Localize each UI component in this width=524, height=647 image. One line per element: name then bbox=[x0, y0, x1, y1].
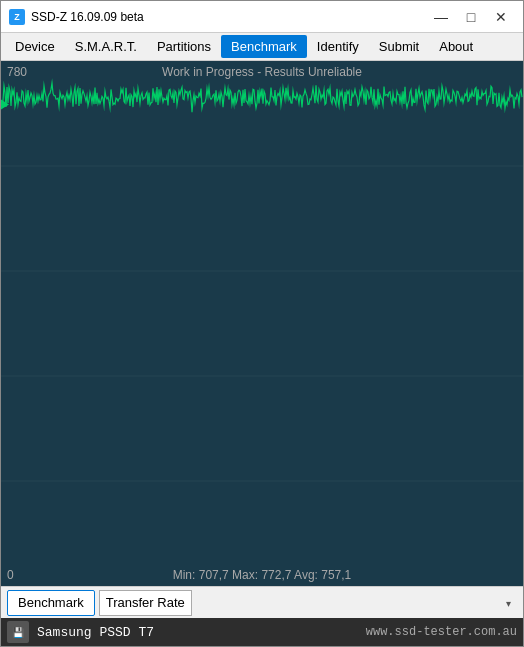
menu-bar: DeviceS.M.A.R.T.PartitionsBenchmarkIdent… bbox=[1, 33, 523, 61]
menu-item-identify[interactable]: Identify bbox=[307, 35, 369, 58]
app-icon: Z bbox=[9, 9, 25, 25]
drive-icon: 💾 bbox=[7, 621, 29, 643]
title-bar-controls: — □ ✕ bbox=[427, 6, 515, 28]
menu-item-device[interactable]: Device bbox=[5, 35, 65, 58]
chart-stats: Min: 707,7 Max: 772,7 Avg: 757,1 bbox=[1, 568, 523, 582]
website-label: www.ssd-tester.com.au bbox=[366, 625, 517, 639]
menu-item-about[interactable]: About bbox=[429, 35, 483, 58]
main-window: Z SSD-Z 16.09.09 beta — □ ✕ DeviceS.M.A.… bbox=[0, 0, 524, 647]
status-bar: 💾 Samsung PSSD T7 www.ssd-tester.com.au bbox=[1, 618, 523, 646]
chart-title: Work in Progress - Results Unreliable bbox=[1, 65, 523, 79]
chart-area: 780 Work in Progress - Results Unreliabl… bbox=[1, 61, 523, 586]
menu-item-benchmark[interactable]: Benchmark bbox=[221, 35, 307, 58]
benchmark-chart bbox=[1, 61, 523, 586]
close-button[interactable]: ✕ bbox=[487, 6, 515, 28]
transfer-rate-dropdown[interactable]: Transfer RateAccess TimeBurst Rate bbox=[99, 590, 192, 616]
benchmark-button[interactable]: Benchmark bbox=[7, 590, 95, 616]
bottom-bar: Benchmark Transfer RateAccess TimeBurst … bbox=[1, 586, 523, 618]
dropdown-arrow-icon: ▾ bbox=[506, 597, 511, 608]
menu-item-submit[interactable]: Submit bbox=[369, 35, 429, 58]
title-bar-text: SSD-Z 16.09.09 beta bbox=[31, 10, 427, 24]
minimize-button[interactable]: — bbox=[427, 6, 455, 28]
title-bar: Z SSD-Z 16.09.09 beta — □ ✕ bbox=[1, 1, 523, 33]
dropdown-wrapper: Transfer RateAccess TimeBurst Rate ▾ bbox=[99, 590, 517, 616]
maximize-button[interactable]: □ bbox=[457, 6, 485, 28]
menu-item-smart[interactable]: S.M.A.R.T. bbox=[65, 35, 147, 58]
drive-name: Samsung PSSD T7 bbox=[37, 625, 358, 640]
chart-value-bottom: 0 bbox=[7, 568, 14, 582]
menu-item-partitions[interactable]: Partitions bbox=[147, 35, 221, 58]
